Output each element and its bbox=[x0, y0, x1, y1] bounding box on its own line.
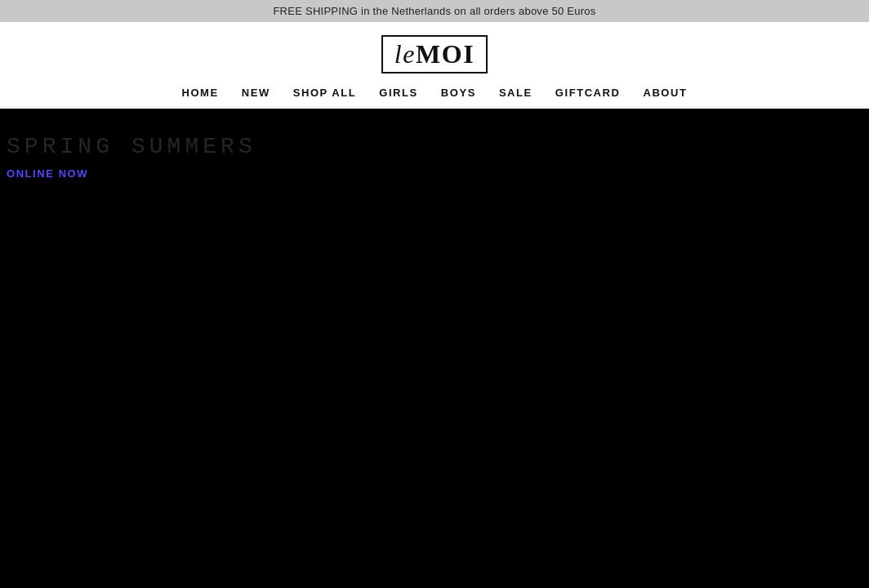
banner-text: FREE SHIPPING in the Netherlands on all … bbox=[273, 5, 595, 17]
nav-item-giftcard[interactable]: GIFTCARD bbox=[555, 87, 621, 99]
logo-le: le bbox=[394, 39, 416, 69]
logo[interactable]: leMOI bbox=[381, 35, 488, 74]
nav-item-girls[interactable]: GIRLS bbox=[379, 87, 418, 99]
nav-item-home[interactable]: HOME bbox=[182, 87, 219, 99]
site-header: leMOI bbox=[0, 22, 869, 80]
shipping-banner: FREE SHIPPING in the Netherlands on all … bbox=[0, 0, 869, 22]
nav-item-shop-all[interactable]: SHOP ALL bbox=[293, 87, 357, 99]
nav-item-boys[interactable]: BOYS bbox=[441, 87, 476, 99]
main-nav: HOME NEW SHOP ALL GIRLS BOYS SALE GIFTCA… bbox=[0, 80, 869, 109]
logo-wordmark: leMOI bbox=[381, 35, 488, 74]
nav-item-about[interactable]: ABOUT bbox=[643, 87, 687, 99]
logo-moi: MOI bbox=[416, 39, 475, 69]
nav-item-new[interactable]: NEW bbox=[242, 87, 270, 99]
nav-item-sale[interactable]: SALE bbox=[499, 87, 533, 99]
hero-title: SPRING SUMMERS bbox=[0, 133, 869, 161]
hero-cta[interactable]: ONLINE NOW bbox=[0, 167, 869, 180]
hero-section: SPRING SUMMERS ONLINE NOW bbox=[0, 109, 869, 578]
